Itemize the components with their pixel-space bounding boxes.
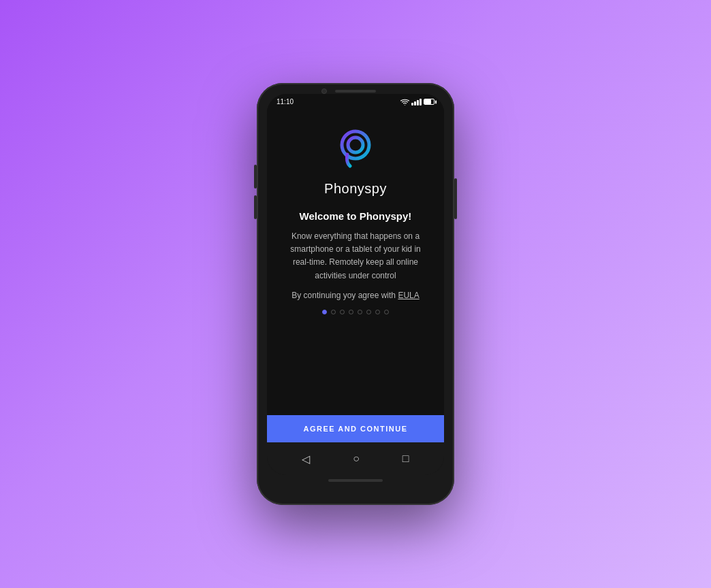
wifi-icon (400, 99, 409, 105)
dot-2[interactable] (331, 310, 336, 314)
button-area: AGREE AND CONTINUE (267, 415, 444, 442)
dot-1[interactable] (322, 310, 327, 314)
app-name: Phonyspy (324, 181, 387, 197)
app-logo (335, 129, 376, 176)
signal-icon (411, 99, 422, 105)
welcome-description: Know everything that happens on a smartp… (281, 230, 430, 282)
status-bar: 11:10 (267, 94, 444, 108)
phone-screen: 11:10 (267, 94, 444, 475)
dot-6[interactable] (366, 310, 371, 314)
page-dots (322, 310, 389, 314)
dot-3[interactable] (340, 310, 345, 314)
volume-up-button (254, 165, 257, 189)
eula-link[interactable]: EULA (398, 291, 419, 300)
nav-bar: ◁ ○ □ (267, 442, 444, 475)
status-icons (400, 99, 434, 105)
dot-7[interactable] (375, 310, 380, 314)
battery-icon (424, 99, 434, 105)
camera (321, 88, 327, 94)
dot-5[interactable] (358, 310, 362, 314)
dot-8[interactable] (384, 310, 389, 314)
logo-svg (335, 129, 376, 173)
speaker (335, 90, 376, 93)
agree-continue-button[interactable]: AGREE AND CONTINUE (267, 415, 444, 442)
home-indicator (328, 479, 383, 482)
volume-down-button (254, 195, 257, 219)
phone-frame: 11:10 (257, 83, 454, 505)
recent-nav-icon[interactable]: □ (402, 453, 409, 465)
back-nav-icon[interactable]: ◁ (302, 453, 310, 466)
home-nav-icon[interactable]: ○ (353, 453, 360, 465)
status-time: 11:10 (276, 98, 294, 105)
eula-text: By continuing yoy agree with EULA (291, 291, 419, 300)
power-button (454, 178, 457, 219)
dot-4[interactable] (349, 310, 353, 314)
welcome-title: Welcome to Phonyspy! (300, 210, 412, 222)
app-content: Phonyspy Welcome to Phonyspy! Know every… (267, 108, 444, 415)
svg-point-1 (348, 137, 363, 152)
